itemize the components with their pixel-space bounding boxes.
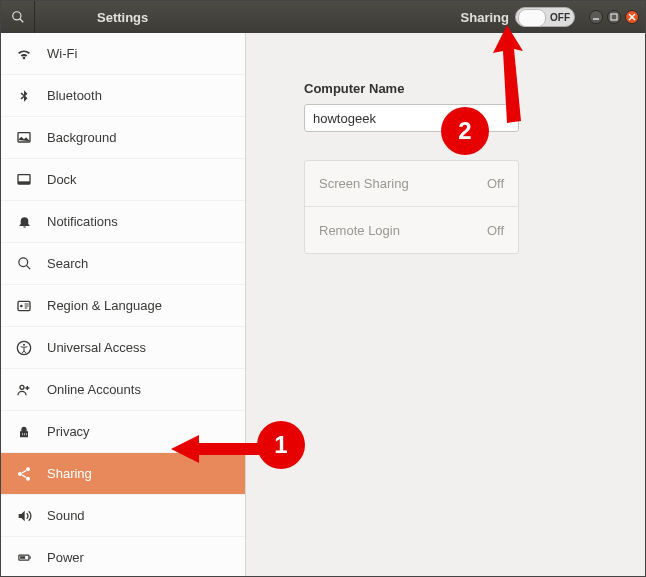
option-state: Off <box>487 223 504 238</box>
titlebar-section-label: Sharing <box>461 10 509 25</box>
sharing-options-list: Screen SharingOffRemote LoginOff <box>304 160 519 254</box>
sidebar-item-search[interactable]: Search <box>1 243 245 285</box>
maximize-icon <box>610 13 618 21</box>
svg-point-12 <box>20 304 23 307</box>
svg-point-15 <box>20 385 24 389</box>
toggle-state-label: OFF <box>550 12 570 23</box>
titlebar-search-button[interactable] <box>1 1 35 33</box>
option-state: Off <box>487 176 504 191</box>
region-language-icon <box>15 297 33 315</box>
sidebar-item-sharing[interactable]: Sharing <box>1 453 245 495</box>
privacy-icon <box>15 423 33 441</box>
sidebar-item-bluetooth[interactable]: Bluetooth <box>1 75 245 117</box>
sidebar-item-label: Universal Access <box>47 340 146 355</box>
sound-icon <box>15 507 33 525</box>
search-icon <box>11 10 25 24</box>
minimize-icon <box>592 13 600 21</box>
sidebar-item-label: Online Accounts <box>47 382 141 397</box>
maximize-button[interactable] <box>607 10 621 24</box>
sharing-option-remote-login[interactable]: Remote LoginOff <box>305 207 518 253</box>
wifi-icon <box>15 45 33 63</box>
bluetooth-icon <box>15 87 33 105</box>
sidebar-item-label: Sound <box>47 508 85 523</box>
svg-point-17 <box>18 472 22 476</box>
minimize-button[interactable] <box>589 10 603 24</box>
sidebar: Wi-FiBluetoothBackgroundDockNotification… <box>1 33 246 576</box>
universal-access-icon <box>15 339 33 357</box>
sidebar-item-online-accounts[interactable]: Online Accounts <box>1 369 245 411</box>
sidebar-item-label: Wi-Fi <box>47 46 77 61</box>
sharing-option-screen-sharing[interactable]: Screen SharingOff <box>305 161 518 207</box>
notifications-icon <box>15 213 33 231</box>
svg-rect-21 <box>29 556 30 559</box>
svg-rect-3 <box>611 14 617 20</box>
computer-name-label: Computer Name <box>304 81 587 96</box>
search-icon <box>15 255 33 273</box>
sidebar-item-label: Privacy <box>47 424 90 439</box>
sidebar-item-dock[interactable]: Dock <box>1 159 245 201</box>
sidebar-item-sound[interactable]: Sound <box>1 495 245 537</box>
sidebar-item-label: Sharing <box>47 466 92 481</box>
svg-point-14 <box>23 343 25 345</box>
computer-name-input[interactable] <box>304 104 519 132</box>
svg-point-16 <box>26 467 30 471</box>
sidebar-item-label: Background <box>47 130 116 145</box>
power-icon <box>15 549 33 567</box>
sidebar-item-label: Search <box>47 256 88 271</box>
sidebar-item-region-language[interactable]: Region & Language <box>1 285 245 327</box>
content-area: Wi-FiBluetoothBackgroundDockNotification… <box>1 33 645 576</box>
sidebar-item-background[interactable]: Background <box>1 117 245 159</box>
svg-line-10 <box>26 265 30 269</box>
close-button[interactable] <box>625 10 639 24</box>
sidebar-item-privacy[interactable]: Privacy <box>1 411 245 453</box>
svg-rect-8 <box>18 181 30 184</box>
option-label: Screen Sharing <box>319 176 409 191</box>
svg-rect-20 <box>20 556 25 559</box>
svg-line-1 <box>19 19 23 23</box>
sharing-icon <box>15 465 33 483</box>
settings-window: Settings Sharing OFF Wi-FiBluetoothBackg… <box>0 0 646 577</box>
svg-point-0 <box>12 12 20 20</box>
close-icon <box>628 13 636 21</box>
dock-icon <box>15 171 33 189</box>
option-label: Remote Login <box>319 223 400 238</box>
sidebar-item-label: Dock <box>47 172 77 187</box>
sidebar-item-notifications[interactable]: Notifications <box>1 201 245 243</box>
background-icon <box>15 129 33 147</box>
sidebar-item-label: Power <box>47 550 84 565</box>
sidebar-item-power[interactable]: Power <box>1 537 245 576</box>
svg-point-9 <box>18 258 27 267</box>
svg-point-18 <box>26 476 30 480</box>
sharing-master-toggle[interactable]: OFF <box>515 7 575 27</box>
main-panel: Computer Name Screen SharingOffRemote Lo… <box>246 33 645 576</box>
online-accounts-icon <box>15 381 33 399</box>
sidebar-item-wi-fi[interactable]: Wi-Fi <box>1 33 245 75</box>
sidebar-item-label: Bluetooth <box>47 88 102 103</box>
sidebar-item-label: Notifications <box>47 214 118 229</box>
sidebar-item-label: Region & Language <box>47 298 162 313</box>
titlebar-title: Settings <box>35 10 245 25</box>
window-controls <box>589 10 639 24</box>
titlebar: Settings Sharing OFF <box>1 1 645 33</box>
sidebar-item-universal-access[interactable]: Universal Access <box>1 327 245 369</box>
